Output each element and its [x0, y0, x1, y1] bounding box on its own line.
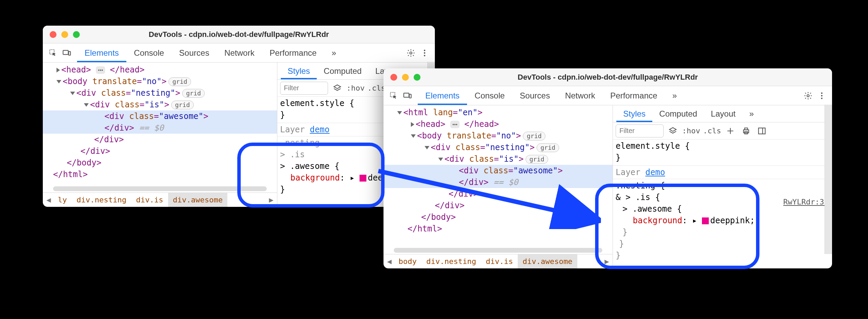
- svg-rect-2: [68, 51, 70, 55]
- color-swatch-icon[interactable]: [702, 217, 709, 224]
- svg-point-12: [821, 95, 822, 96]
- vscrollbar[interactable]: [825, 105, 832, 254]
- main-toolbar: Elements Console Sources Network Perform…: [383, 86, 832, 105]
- tab-layout[interactable]: Layout: [704, 105, 742, 122]
- hscrollbar[interactable]: [383, 248, 613, 254]
- tab-overflow[interactable]: »: [324, 43, 344, 62]
- elements-panel: <head> ⋯ </head> <body translate="no">gr…: [43, 63, 277, 207]
- breadcrumb: ◀ ly div.nesting div.is div.awesome ▶: [43, 192, 277, 207]
- element-style-block[interactable]: element.style { }: [613, 139, 832, 166]
- kebab-icon[interactable]: [418, 46, 431, 60]
- device-icon[interactable]: [401, 89, 414, 103]
- window-title: DevTools - cdpn.io/web-dot-dev/fullpage/…: [149, 30, 329, 39]
- hov-toggle[interactable]: :hov: [347, 82, 365, 95]
- print-icon[interactable]: [740, 124, 753, 137]
- styles-panel: Styles Computed Layout » :hov .cls eleme…: [613, 105, 832, 268]
- breadcrumb-prev-icon[interactable]: ◀: [44, 193, 53, 207]
- svg-point-3: [410, 52, 412, 54]
- panes: <html lang="en"> <head> ⋯ </head> <body …: [383, 105, 832, 268]
- breadcrumb: ◀ body div.nesting div.is div.awesome ▶: [383, 254, 613, 268]
- device-icon[interactable]: [60, 46, 74, 60]
- tab-network[interactable]: Network: [217, 43, 262, 62]
- crumb-is[interactable]: div.is: [481, 254, 518, 268]
- plus-icon[interactable]: [724, 124, 737, 137]
- svg-point-6: [424, 55, 425, 56]
- filter-input[interactable]: [280, 82, 328, 95]
- tab-computed[interactable]: Computed: [317, 63, 368, 79]
- crumb-awesome[interactable]: div.awesome: [518, 254, 577, 268]
- close-icon[interactable]: [50, 31, 56, 38]
- crumb-body[interactable]: ly: [53, 193, 72, 207]
- inspect-icon[interactable]: [387, 89, 401, 103]
- tab-computed[interactable]: Computed: [652, 105, 704, 122]
- css-rule-block-right[interactable]: RwYLRdr:36 .nesting { & > .is { > .aweso…: [613, 179, 832, 263]
- cls-toggle[interactable]: .cls: [367, 82, 386, 95]
- minimize-icon[interactable]: [402, 74, 409, 81]
- breadcrumb-next-icon[interactable]: ▶: [602, 254, 611, 268]
- dom-tree[interactable]: <html lang="en"> <head> ⋯ </head> <body …: [383, 105, 613, 248]
- tab-sources[interactable]: Sources: [172, 43, 217, 62]
- window-title: DevTools - cdpn.io/web-dot-dev/fullpage/…: [518, 73, 698, 82]
- tab-overflow[interactable]: »: [665, 86, 684, 105]
- svg-point-10: [807, 94, 809, 97]
- dom-tree[interactable]: <head> ⋯ </head> <body translate="no">gr…: [43, 63, 277, 186]
- dom-selected-node: <div class="awesome">: [383, 165, 613, 176]
- zoom-icon[interactable]: [414, 74, 420, 81]
- panel-icon[interactable]: [755, 124, 768, 137]
- traffic-lights: [390, 74, 420, 81]
- gear-icon[interactable]: [404, 46, 418, 60]
- svg-point-5: [424, 52, 425, 53]
- breadcrumb-next-icon[interactable]: ▶: [267, 193, 276, 207]
- crumb-body[interactable]: body: [394, 254, 422, 268]
- titlebar: DevTools - cdpn.io/web-dot-dev/fullpage/…: [43, 26, 435, 43]
- tab-sources[interactable]: Sources: [512, 86, 557, 105]
- svg-point-13: [821, 97, 822, 99]
- panes: <head> ⋯ </head> <body translate="no">gr…: [43, 63, 435, 207]
- crumb-is[interactable]: div.is: [131, 193, 168, 207]
- zoom-icon[interactable]: [73, 31, 80, 38]
- inspect-icon[interactable]: [46, 46, 60, 60]
- close-icon[interactable]: [390, 74, 397, 81]
- main-toolbar: Elements Console Sources Network Perform…: [43, 43, 435, 63]
- devtools-window-right: DevTools - cdpn.io/web-dot-dev/fullpage/…: [383, 68, 832, 268]
- styles-tab-overflow[interactable]: »: [742, 105, 760, 122]
- layers-icon[interactable]: [331, 82, 344, 95]
- crumb-nesting[interactable]: div.nesting: [422, 254, 481, 268]
- crumb-nesting[interactable]: div.nesting: [72, 193, 131, 207]
- svg-rect-9: [409, 94, 411, 98]
- cls-toggle[interactable]: .cls: [703, 124, 721, 137]
- hov-toggle[interactable]: :hov: [682, 124, 700, 137]
- tab-styles[interactable]: Styles: [281, 63, 317, 79]
- kebab-icon[interactable]: [815, 89, 829, 103]
- styles-toolbar: :hov .cls: [613, 122, 832, 139]
- tab-elements[interactable]: Elements: [77, 43, 126, 62]
- svg-rect-8: [404, 93, 409, 97]
- svg-point-11: [821, 92, 822, 94]
- layer-label: Layer demo: [613, 166, 832, 179]
- devtools-window-left: DevTools - cdpn.io/web-dot-dev/fullpage/…: [43, 26, 435, 207]
- tab-styles[interactable]: Styles: [616, 105, 652, 122]
- tab-performance[interactable]: Performance: [262, 43, 324, 62]
- source-link[interactable]: RwYLRdr:36: [783, 196, 829, 208]
- elements-panel: <html lang="en"> <head> ⋯ </head> <body …: [383, 105, 613, 268]
- gear-icon[interactable]: [801, 89, 815, 103]
- svg-rect-15: [745, 128, 748, 130]
- panel-tabs: Elements Console Sources Network Perform…: [418, 86, 684, 105]
- tab-network[interactable]: Network: [557, 86, 603, 105]
- tab-elements[interactable]: Elements: [418, 86, 467, 105]
- tab-performance[interactable]: Performance: [603, 86, 665, 105]
- grid-badge[interactable]: grid: [168, 77, 191, 86]
- dom-selected-node: <div class="awesome">: [43, 110, 277, 122]
- minimize-icon[interactable]: [61, 31, 68, 38]
- layers-icon[interactable]: [666, 124, 679, 137]
- tab-console[interactable]: Console: [467, 86, 512, 105]
- breadcrumb-prev-icon[interactable]: ◀: [385, 254, 394, 268]
- hscrollbar[interactable]: [43, 186, 277, 192]
- color-swatch-icon[interactable]: [360, 175, 366, 182]
- filter-input[interactable]: [616, 124, 664, 137]
- traffic-lights: [50, 31, 80, 38]
- svg-rect-1: [63, 50, 68, 54]
- panel-tabs: Elements Console Sources Network Perform…: [77, 43, 344, 62]
- tab-console[interactable]: Console: [126, 43, 172, 62]
- crumb-awesome[interactable]: div.awesome: [168, 193, 228, 207]
